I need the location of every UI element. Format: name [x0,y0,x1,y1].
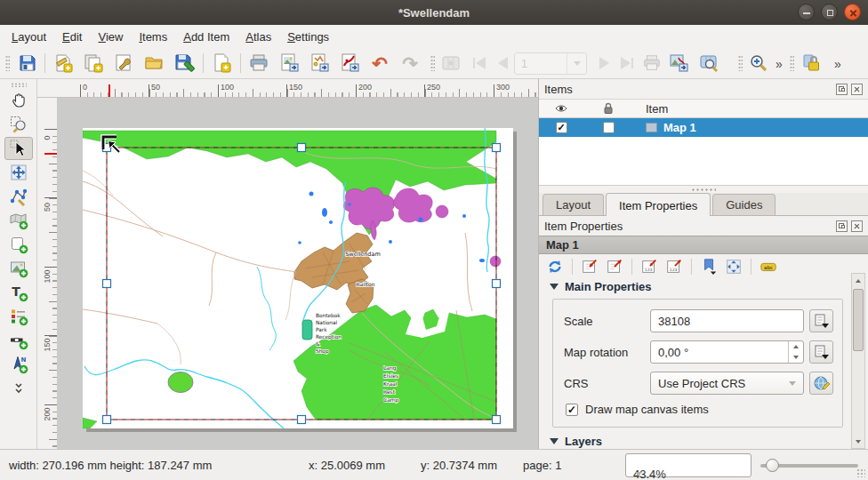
main-properties-group: Scale 38108 Map rotation 0,00 ° [552,299,843,428]
cursor-x-info: x: 25.0069 mm [309,459,385,472]
menu-layout[interactable]: Layout [4,28,54,46]
zoom-tool-button[interactable] [4,113,33,136]
add-shape-tool-button[interactable] [4,233,33,256]
scale-data-defined-override-button[interactable] [809,309,833,332]
properties-scrollbar[interactable] [851,273,865,449]
zoom-slider-handle[interactable] [766,459,779,472]
new-layout-button[interactable] [50,51,76,76]
add-picture-tool-button[interactable] [4,257,33,280]
add-items-from-template-button[interactable] [208,51,235,76]
toolbar-overflow-chevron[interactable]: » [776,57,783,71]
float-panel-icon[interactable] [836,220,848,232]
undo-button[interactable]: ↶ [366,51,393,76]
handle-middle-right [493,280,501,288]
zoom-in-button[interactable] [745,51,772,76]
crs-combobox[interactable]: Use Project CRS [650,372,804,395]
export-as-pdf-button[interactable] [336,51,363,76]
layout-manager-button[interactable] [110,51,137,76]
close-button[interactable] [844,4,861,20]
layers-section-header[interactable]: Layers [550,435,852,448]
layout-canvas[interactable]: Swellendam Railton Bontebok National Par… [57,98,538,449]
last-feature-button[interactable] [614,51,640,76]
scale-input[interactable]: 38108 [650,309,804,332]
tab-guides[interactable]: Guides [712,194,776,215]
move-item-content-tool-button[interactable] [4,161,33,184]
window-resize-grip[interactable] [856,468,865,477]
menu-atlas[interactable]: Atlas [237,28,279,46]
scroll-up-arrow[interactable] [852,274,864,287]
combo-arrow-icon[interactable] [567,53,586,74]
toolbar-grip[interactable] [5,55,10,71]
zoom-level-combobox[interactable]: 43.4% [625,453,751,477]
svg-text:Bontebok: Bontebok [316,313,341,318]
export-atlas-button[interactable] [665,51,692,76]
close-panel-icon[interactable] [851,84,863,95]
toolbar-grip[interactable] [11,83,27,87]
add-scalebar-tool-button[interactable] [4,329,33,352]
new-layout-icon [52,52,74,74]
menu-add-item[interactable]: Add Item [175,28,237,46]
layout-page[interactable]: Swellendam Railton Bontebok National Par… [83,128,513,428]
select-move-item-tool-button[interactable] [4,137,33,160]
menu-items[interactable]: Items [131,28,175,46]
visibility-checkbox[interactable]: ✓ [556,122,567,133]
item-row-map1[interactable]: ✓ Map 1 [539,118,868,137]
add-legend-tool-button[interactable] [4,305,33,328]
add-label-icon: T [9,283,28,302]
minimize-button[interactable] [798,4,815,20]
print-button[interactable] [245,51,272,76]
menu-settings[interactable]: Settings [279,28,337,46]
export-as-svg-button[interactable] [306,51,333,76]
add-label-tool-button[interactable]: T [4,281,33,304]
lock-layers-button[interactable] [799,51,825,76]
previous-feature-icon [498,57,508,69]
main-properties-section-header[interactable]: Main Properties [550,280,852,293]
tab-item-properties[interactable]: Item Properties [606,193,711,216]
save-project-button[interactable] [14,51,41,76]
scrollbar-thumb[interactable] [853,289,864,351]
zoom-level-value: 43.4% [626,463,666,480]
menu-view[interactable]: View [90,28,131,46]
previous-feature-button[interactable] [489,51,516,76]
lock-checkbox[interactable] [603,122,615,133]
ruler-label: 300 [496,83,510,92]
atlas-settings-icon [698,52,719,74]
close-panel-icon[interactable] [851,220,863,232]
tab-layout[interactable]: Layout [542,194,604,215]
atlas-page-combo[interactable]: 1 [514,52,587,75]
map-rotation-spinbox[interactable]: 0,00 ° [650,340,804,364]
preview-atlas-button[interactable] [438,51,464,76]
menu-edit[interactable]: Edit [54,28,90,46]
draw-map-canvas-items-checkbox[interactable]: ✓ [566,404,578,416]
add-scalebar-icon [9,331,28,350]
collapse-triangle-icon [550,284,559,290]
toolbar-overflow-chevron-2[interactable]: » [834,57,841,71]
add-north-arrow-tool-button[interactable]: N [4,353,33,376]
edit-nodes-tool-button[interactable] [4,185,33,208]
save-as-template-button[interactable] [171,51,197,76]
save-template-icon [173,52,195,74]
pan-tool-button[interactable] [4,89,33,112]
ruler-label: 150 [43,337,52,353]
scroll-down-arrow[interactable] [852,435,864,448]
svg-text:Lang: Lang [383,364,397,372]
combo-arrow-icon [789,381,796,386]
export-as-image-button[interactable] [276,51,302,76]
atlas-settings-button[interactable] [695,51,722,76]
add-map-tool-button[interactable] [4,209,33,232]
handle-middle-left [103,280,111,288]
zoom-slider[interactable] [760,464,858,468]
cursor-position-marker [44,153,57,155]
undo-icon: ↶ [372,54,388,73]
open-layout-button[interactable] [141,51,167,76]
rotation-data-defined-override-button[interactable] [809,340,833,364]
float-panel-icon[interactable] [836,84,848,95]
maximize-button[interactable] [821,4,838,20]
toolbar-more-tools-button[interactable] [4,377,33,400]
spin-arrows[interactable] [788,341,803,363]
select-crs-button[interactable] [809,372,833,395]
panel-splitter[interactable] [539,186,868,193]
duplicate-layout-button[interactable] [80,51,107,76]
print-atlas-button[interactable] [639,51,665,76]
redo-button[interactable]: ↷ [397,51,423,76]
